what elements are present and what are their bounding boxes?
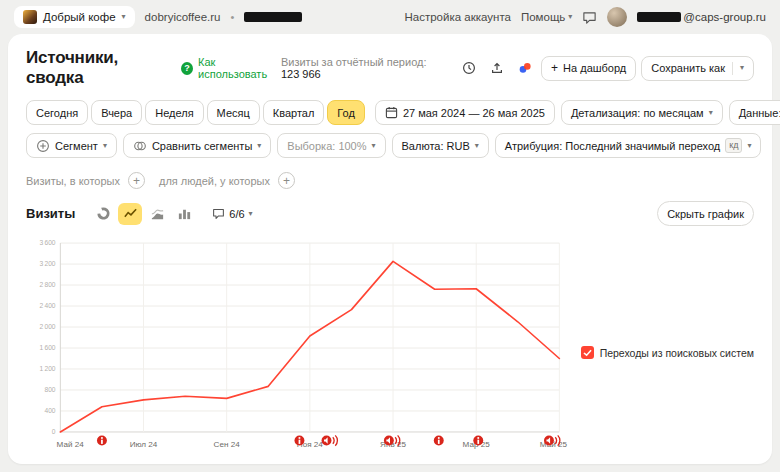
how-to-use-link[interactable]: ? Как использовать — [181, 56, 281, 80]
email-domain: @caps-group.ru — [683, 11, 766, 23]
save-as-button[interactable]: Сохранить как ▾ — [641, 56, 754, 81]
how-to-use-label: Как использовать — [198, 56, 281, 80]
account-settings-link[interactable]: Настройка аккаунта — [405, 11, 511, 23]
visits-period-label: Визиты за отчётный период: — [281, 56, 427, 68]
history-icon[interactable] — [458, 56, 481, 80]
add-visit-condition-button[interactable]: + — [128, 172, 145, 189]
button-divider — [732, 62, 733, 75]
visits-period-value: 123 966 — [281, 68, 321, 80]
help-label: Помощь — [521, 11, 565, 23]
export-icon[interactable] — [486, 56, 509, 80]
topbar: Добрый кофе ▾ dobryicoffee.ru • Настройк… — [0, 0, 780, 34]
date-range-button[interactable]: 27 мая 2024 — 26 мая 2025 — [375, 100, 555, 125]
redacted-counter-id — [244, 12, 302, 22]
people-condition-group: для людей, у которых + — [159, 172, 295, 189]
period-month-button[interactable]: Месяц — [207, 100, 260, 125]
period-yesterday-button[interactable]: Вчера — [91, 100, 142, 125]
svg-text:3 600: 3 600 — [39, 239, 55, 246]
period-buttons: Сегодня Вчера Неделя Месяц Квартал Год — [26, 100, 365, 125]
chevron-down-icon: ▾ — [747, 142, 751, 150]
sampling-select[interactable]: Выборка: 100% ▾ — [277, 133, 385, 158]
site-favicon-icon — [23, 10, 37, 24]
attribution-badge: кд — [725, 138, 742, 153]
segment-button[interactable]: Сегмент ▾ — [26, 133, 117, 158]
detalization-label: Детализация: по месяцам — [571, 107, 704, 119]
chart-header: Визиты 6/6 ▾ Скрыть график — [26, 201, 754, 226]
columns-chart-icon[interactable] — [172, 203, 196, 225]
chevron-down-icon: ▾ — [740, 64, 744, 72]
svg-text:Май 24: Май 24 — [57, 440, 85, 449]
page-title: Источники, сводка — [26, 48, 169, 88]
check-icon — [583, 349, 592, 357]
chevron-down-icon: ▾ — [568, 13, 572, 21]
chart-legend-item[interactable]: Переходы из поисковых систем — [581, 346, 754, 359]
hide-chart-button[interactable]: Скрыть график — [657, 201, 754, 226]
user-email[interactable]: @caps-group.ru — [637, 11, 766, 23]
add-people-condition-button[interactable]: + — [278, 172, 295, 189]
topbar-right: Настройка аккаунта Помощь ▾ @caps-group.… — [405, 7, 767, 27]
visits-condition-group: Визиты, в которых + — [26, 172, 145, 189]
detalization-select[interactable]: Детализация: по месяцам ▾ — [561, 100, 723, 125]
visits-line-chart[interactable]: 04008001 2001 6002 0002 4002 8003 2003 6… — [26, 230, 575, 466]
svg-text:1 600: 1 600 — [39, 344, 55, 351]
currency-select[interactable]: Валюта: RUB ▾ — [392, 133, 489, 158]
svg-text:800: 800 — [44, 386, 55, 393]
period-quarter-button[interactable]: Квартал — [263, 100, 325, 125]
help-menu[interactable]: Помощь ▾ — [521, 11, 572, 23]
area-chart-icon[interactable] — [145, 203, 169, 225]
metrics-selector[interactable]: 6/6 ▾ — [205, 203, 259, 225]
legend-checkbox[interactable] — [581, 346, 594, 359]
period-filter-row: Сегодня Вчера Неделя Месяц Квартал Год 2… — [26, 100, 754, 125]
counter-selector[interactable]: Добрый кофе ▾ — [14, 6, 135, 28]
data-mode-select[interactable]: Данные: с роботами ▾ — [729, 100, 780, 125]
site-link[interactable]: dobryicoffee.ru — [145, 11, 221, 23]
svg-text:Сен 24: Сен 24 — [214, 440, 241, 449]
sampling-label: Выборка: 100% — [287, 140, 366, 152]
comment-icon — [212, 207, 225, 220]
services-icon[interactable] — [513, 56, 536, 80]
counter-name: Добрый кофе — [43, 11, 116, 23]
period-today-button[interactable]: Сегодня — [26, 100, 88, 125]
line-chart-icon[interactable] — [118, 203, 142, 225]
chevron-down-icon: ▾ — [372, 142, 376, 150]
chat-icon[interactable] — [582, 10, 597, 25]
attribution-select[interactable]: Атрибуция: Последний значимый переход кд… — [495, 133, 762, 158]
chevron-down-icon: ▾ — [249, 210, 253, 218]
currency-label: Валюта: RUB — [402, 140, 470, 152]
visits-condition-label: Визиты, в которых — [26, 175, 120, 187]
svg-text:Июл 24: Июл 24 — [130, 440, 158, 449]
chevron-down-icon: ▾ — [122, 13, 126, 21]
compare-segments-icon — [133, 139, 147, 153]
chevron-down-icon: ▾ — [709, 109, 713, 117]
chart-area: 04008001 2001 6002 0002 4002 8003 2003 6… — [26, 230, 754, 466]
compare-segments-label: Сравнить сегменты — [152, 140, 252, 152]
donut-chart-icon[interactable] — [91, 203, 115, 225]
conditions-row: Визиты, в которых + для людей, у которых… — [26, 172, 754, 189]
chevron-down-icon: ▾ — [475, 142, 479, 150]
people-condition-label: для людей, у которых — [159, 175, 270, 187]
svg-text:2 000: 2 000 — [39, 323, 55, 330]
svg-text:2 400: 2 400 — [39, 302, 55, 309]
svg-text:3 200: 3 200 — [39, 260, 55, 267]
svg-text:0: 0 — [52, 428, 56, 435]
svg-text:1 200: 1 200 — [39, 365, 55, 372]
redacted-email-prefix — [637, 12, 681, 22]
add-to-dashboard-button[interactable]: + На дашборд — [541, 56, 636, 81]
plus-circle-icon — [36, 139, 50, 153]
attribution-label: Атрибуция: Последний значимый переход — [505, 140, 720, 152]
separator-dot: • — [230, 11, 234, 23]
add-to-dashboard-label: На дашборд — [563, 62, 626, 74]
chevron-down-icon: ▾ — [103, 142, 107, 150]
period-year-button[interactable]: Год — [327, 100, 365, 125]
compare-segments-button[interactable]: Сравнить сегменты ▾ — [123, 133, 271, 158]
svg-text:2 800: 2 800 — [39, 281, 55, 288]
data-mode-label: Данные: с роботами — [739, 107, 780, 119]
chart-type-switcher: 6/6 ▾ — [91, 203, 259, 225]
help-circle-icon: ? — [181, 62, 193, 75]
metrics-count-label: 6/6 — [229, 208, 244, 220]
segment-filter-row: Сегмент ▾ Сравнить сегменты ▾ Выборка: 1… — [26, 133, 754, 158]
svg-text:400: 400 — [44, 407, 55, 414]
legend-label: Переходы из поисковых систем — [600, 347, 754, 359]
user-avatar[interactable] — [607, 7, 627, 27]
period-week-button[interactable]: Неделя — [145, 100, 203, 125]
